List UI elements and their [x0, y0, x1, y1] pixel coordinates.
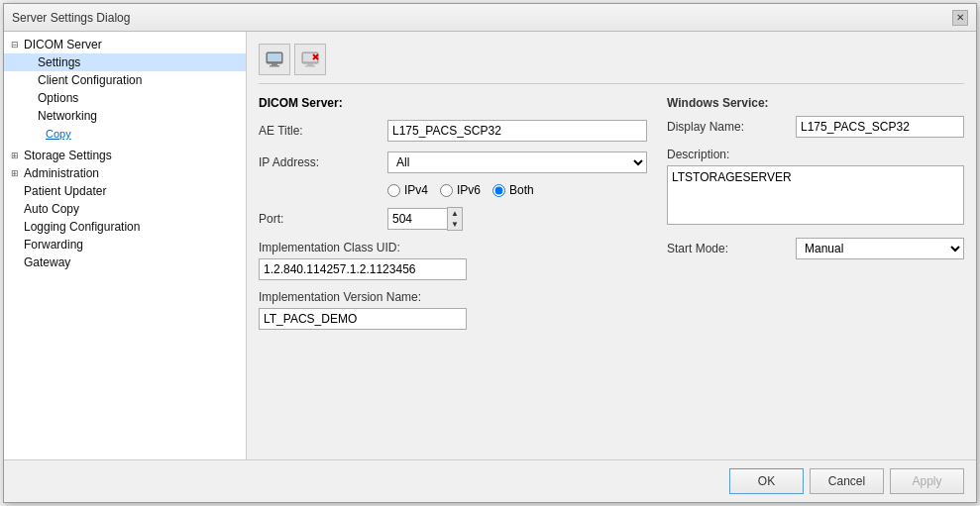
form-left: DICOM Server: AE Title: IP Address: All … [259, 96, 647, 452]
impl-version-name-input[interactable] [259, 308, 467, 330]
leaf-icon [8, 202, 22, 216]
ipv6-label: IPv6 [457, 183, 481, 197]
sidebar-item-patient-updater[interactable]: Patient Updater [4, 182, 246, 200]
impl-version-name-label: Implementation Version Name: [259, 290, 647, 304]
leaf-icon [22, 55, 36, 69]
impl-class-uid-input[interactable] [259, 258, 467, 280]
leaf-icon [8, 220, 22, 234]
copy-label[interactable]: Copy [26, 126, 79, 142]
both-radio[interactable] [492, 184, 505, 197]
sidebar-item-label: Storage Settings [24, 149, 112, 162]
display-name-input[interactable] [796, 116, 964, 138]
form-area: DICOM Server: AE Title: IP Address: All … [259, 96, 964, 452]
leaf-icon [22, 109, 36, 123]
ipv6-radio[interactable] [440, 184, 453, 197]
ipv4-radio-label[interactable]: IPv4 [387, 183, 428, 197]
sidebar-item-label: Settings [38, 55, 80, 69]
sidebar-item-label: DICOM Server [24, 38, 102, 51]
sidebar-item-label: Gateway [24, 255, 70, 269]
ip-address-row: IP Address: All 127.0.0.1 0.0.0.0 [259, 152, 647, 173]
sidebar-item-settings[interactable]: Settings [4, 53, 246, 71]
sidebar-item-options[interactable]: Options [4, 89, 246, 107]
expand-icon: ⊟ [8, 38, 22, 51]
start-mode-select[interactable]: Manual Automatic Disabled [796, 238, 964, 259]
delete-icon [300, 50, 320, 69]
ipv4-label: IPv4 [404, 183, 428, 197]
ae-title-input[interactable] [387, 120, 647, 142]
display-name-label: Display Name: [667, 120, 796, 134]
port-row: Port: ▲ ▼ [259, 207, 647, 231]
sidebar-item-dicom-server[interactable]: ⊟ DICOM Server [4, 36, 246, 53]
sidebar-item-gateway[interactable]: Gateway [4, 253, 246, 271]
both-radio-label[interactable]: Both [492, 183, 534, 197]
sidebar-item-label: Forwarding [24, 238, 83, 252]
ip-address-select[interactable]: All 127.0.0.1 0.0.0.0 [387, 152, 647, 173]
port-down-button[interactable]: ▼ [448, 219, 462, 230]
ip-address-label: IP Address: [259, 155, 387, 169]
sidebar-item-label: Administration [24, 166, 99, 180]
close-button[interactable]: ✕ [952, 10, 968, 26]
port-input[interactable] [387, 208, 447, 230]
toolbar [259, 40, 964, 84]
sidebar-item-administration[interactable]: ⊞ Administration [4, 164, 246, 182]
leaf-icon [22, 73, 36, 87]
both-label: Both [509, 183, 534, 197]
expand-icon: ⊞ [8, 149, 22, 162]
sidebar-item-logging-configuration[interactable]: Logging Configuration [4, 218, 246, 236]
windows-service-label: Windows Service: [667, 96, 964, 110]
sidebar-item-forwarding[interactable]: Forwarding [4, 236, 246, 253]
sidebar-item-storage-settings[interactable]: ⊞ Storage Settings [4, 147, 246, 164]
dialog-title: Server Settings Dialog [12, 11, 130, 25]
start-mode-row: Start Mode: Manual Automatic Disabled [667, 238, 964, 259]
ip-version-row: IPv4 IPv6 Both [259, 183, 647, 197]
port-up-button[interactable]: ▲ [448, 208, 462, 219]
ipv4-radio[interactable] [387, 184, 400, 197]
sidebar-item-networking[interactable]: Networking [4, 107, 246, 125]
delete-server-button[interactable] [294, 44, 326, 75]
leaf-icon [8, 255, 22, 269]
sidebar-item-label: Networking [38, 109, 97, 123]
ipv6-radio-label[interactable]: IPv6 [440, 183, 481, 197]
apply-button[interactable]: Apply [890, 468, 964, 494]
svg-rect-6 [305, 65, 315, 67]
sidebar: ⊟ DICOM Server Settings Client Configura… [4, 32, 247, 459]
title-bar: Server Settings Dialog ✕ [4, 4, 976, 32]
svg-rect-1 [272, 63, 277, 65]
port-spinner: ▲ ▼ [447, 207, 463, 231]
leaf-icon [8, 238, 22, 252]
dicom-server-section-label: DICOM Server: [259, 96, 647, 110]
expand-icon: ⊞ [8, 166, 22, 180]
ae-title-row: AE Title: [259, 120, 647, 142]
start-mode-label: Start Mode: [667, 242, 796, 255]
sidebar-item-label: Options [38, 91, 78, 105]
dialog-footer: OK Cancel Apply [4, 459, 976, 502]
impl-version-name-section: Implementation Version Name: [259, 290, 647, 330]
form-right: Windows Service: Display Name: Descripti… [667, 96, 964, 452]
leaf-icon [8, 184, 22, 198]
ok-button[interactable]: OK [729, 468, 804, 494]
port-label: Port: [259, 212, 387, 226]
svg-rect-5 [307, 63, 313, 65]
main-content: DICOM Server: AE Title: IP Address: All … [247, 32, 976, 459]
sidebar-item-client-configuration[interactable]: Client Configuration [4, 71, 246, 89]
sidebar-item-label: Auto Copy [24, 202, 79, 216]
monitor-icon [265, 50, 284, 69]
server-settings-dialog: Server Settings Dialog ✕ ⊟ DICOM Server … [3, 3, 977, 503]
dialog-body: ⊟ DICOM Server Settings Client Configura… [4, 32, 976, 459]
new-server-button[interactable] [259, 44, 290, 75]
sidebar-item-auto-copy[interactable]: Auto Copy [4, 200, 246, 218]
description-label: Description: [667, 148, 964, 161]
leaf-icon [22, 91, 36, 105]
sidebar-item-label: Patient Updater [24, 184, 106, 198]
impl-class-uid-label: Implementation Class UID: [259, 241, 647, 254]
sidebar-item-label: Client Configuration [38, 73, 142, 87]
sidebar-item-label: Logging Configuration [24, 220, 140, 234]
display-name-row: Display Name: [667, 116, 964, 138]
svg-rect-3 [268, 53, 281, 61]
ae-title-label: AE Title: [259, 124, 387, 138]
description-textarea[interactable]: LTSTORAGESERVER [667, 165, 964, 225]
impl-class-uid-section: Implementation Class UID: [259, 241, 647, 280]
description-section: Description: LTSTORAGESERVER [667, 148, 964, 228]
cancel-button[interactable]: Cancel [810, 468, 884, 494]
svg-rect-2 [270, 65, 279, 67]
